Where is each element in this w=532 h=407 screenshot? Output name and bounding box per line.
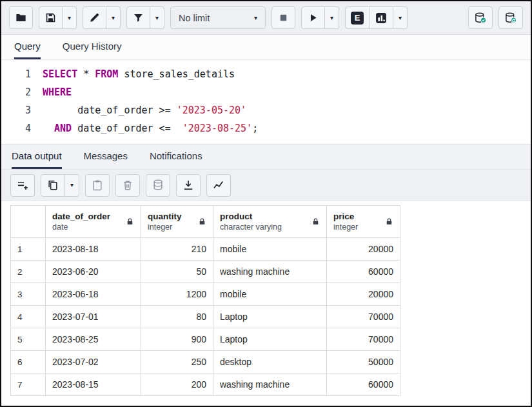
column-header-price[interactable]: priceinteger xyxy=(327,206,400,238)
open-file-button[interactable] xyxy=(9,6,33,29)
cell-quantity[interactable]: 200 xyxy=(141,373,213,396)
code-text: WHERE xyxy=(43,83,72,101)
tab-notifications[interactable]: Notifications xyxy=(150,144,202,169)
execute-menu-button[interactable]: ▾ xyxy=(325,6,339,29)
cell-price[interactable]: 20000 xyxy=(327,283,400,306)
copy-menu-button[interactable]: ▾ xyxy=(65,174,79,197)
row-number[interactable]: 6 xyxy=(11,351,46,373)
save-button[interactable] xyxy=(39,6,63,29)
limit-select[interactable]: No limit ▾ xyxy=(170,6,266,29)
cell-product[interactable]: mobile xyxy=(213,283,327,306)
cell-date_of_order[interactable]: 2023-07-02 xyxy=(46,351,141,373)
cell-price[interactable]: 50000 xyxy=(327,351,400,373)
row-number[interactable]: 3 xyxy=(11,283,46,306)
code-line-2[interactable]: 2WHERE xyxy=(1,83,531,101)
paste-icon xyxy=(91,179,104,192)
copy-icon xyxy=(46,179,59,192)
cell-product[interactable]: washing machine xyxy=(213,373,327,396)
tab-data-output[interactable]: Data output xyxy=(12,144,62,169)
stop-icon xyxy=(277,12,290,24)
table-row-2: 22023-06-2050washing machine60000 xyxy=(11,261,400,283)
copy-button[interactable] xyxy=(41,174,65,197)
add-row-icon xyxy=(16,179,29,192)
cell-product[interactable]: desktop xyxy=(213,351,327,373)
row-number[interactable]: 2 xyxy=(11,261,46,283)
edit-menu-button[interactable]: ▾ xyxy=(106,6,121,29)
cell-product[interactable]: Laptop xyxy=(213,306,327,328)
cell-quantity[interactable]: 50 xyxy=(141,261,213,283)
graph-visualiser-button[interactable] xyxy=(206,174,231,197)
play-icon xyxy=(307,12,319,24)
column-type: character varying xyxy=(220,222,282,232)
cell-date_of_order[interactable]: 2023-08-18 xyxy=(46,238,141,261)
cell-price[interactable]: 70000 xyxy=(327,328,400,351)
filter-button[interactable] xyxy=(126,6,150,29)
execute-button[interactable] xyxy=(301,6,325,29)
cell-quantity[interactable]: 250 xyxy=(141,351,213,373)
results-grid: date_of_orderdatequantityintegerproductc… xyxy=(10,205,400,396)
column-name: price xyxy=(333,211,358,223)
cell-date_of_order[interactable]: 2023-08-15 xyxy=(46,373,141,396)
corner-cell[interactable] xyxy=(11,206,46,238)
column-name: quantity xyxy=(148,211,182,223)
edit-button[interactable] xyxy=(83,6,106,29)
row-number[interactable]: 5 xyxy=(11,328,46,351)
cell-quantity[interactable]: 900 xyxy=(141,328,213,351)
save-data-changes-button[interactable] xyxy=(146,174,170,197)
caret-down-icon: ▾ xyxy=(70,182,74,188)
cell-product[interactable]: mobile xyxy=(213,238,327,261)
column-header-quantity[interactable]: quantityinteger xyxy=(141,206,213,238)
tab-query-history[interactable]: Query History xyxy=(63,35,122,59)
download-results-button[interactable] xyxy=(176,174,201,197)
cell-price[interactable]: 60000 xyxy=(327,373,400,396)
lock-icon xyxy=(311,217,320,226)
cell-quantity[interactable]: 210 xyxy=(141,238,213,261)
cell-quantity[interactable]: 80 xyxy=(141,306,213,328)
line-number: 2 xyxy=(1,83,43,101)
explain-menu-button[interactable]: ▾ xyxy=(393,6,408,29)
tab-messages[interactable]: Messages xyxy=(84,144,128,169)
column-name: product xyxy=(220,211,282,223)
row-number[interactable]: 4 xyxy=(11,306,46,328)
cell-product[interactable]: washing machine xyxy=(213,261,327,283)
column-name: date_of_order xyxy=(52,211,110,223)
explain-button[interactable]: E xyxy=(345,6,369,29)
query-tool-window: ▾ ▾ ▾ No limit ▾ xyxy=(0,0,532,407)
add-row-button[interactable] xyxy=(10,174,35,197)
cell-date_of_order[interactable]: 2023-07-01 xyxy=(46,306,141,328)
cell-price[interactable]: 60000 xyxy=(327,261,400,283)
folder-icon xyxy=(15,12,27,24)
save-menu-button[interactable]: ▾ xyxy=(63,6,77,29)
cancel-query-button[interactable] xyxy=(271,6,295,29)
cell-price[interactable]: 70000 xyxy=(327,306,400,328)
cell-date_of_order[interactable]: 2023-06-20 xyxy=(46,261,141,283)
line-number: 3 xyxy=(1,101,43,119)
code-line-4[interactable]: 4 AND date_of_order <= '2023-08-25'; xyxy=(1,119,531,137)
cell-quantity[interactable]: 1200 xyxy=(141,283,213,306)
caret-down-icon: ▾ xyxy=(112,15,115,21)
rollback-button[interactable] xyxy=(498,6,523,29)
filter-menu-button[interactable]: ▾ xyxy=(150,6,164,29)
tab-query[interactable]: Query xyxy=(14,35,41,59)
paste-button[interactable] xyxy=(85,174,110,197)
column-header-date_of_order[interactable]: date_of_orderdate xyxy=(46,206,141,238)
row-number[interactable]: 1 xyxy=(11,238,46,261)
code-line-1[interactable]: 1SELECT * FROM store_sales_details xyxy=(1,65,531,83)
column-type: integer xyxy=(333,222,358,232)
delete-row-button[interactable] xyxy=(115,174,140,197)
code-text: date_of_order >= '2023-05-20' xyxy=(43,101,246,119)
cell-product[interactable]: Laptop xyxy=(213,328,327,351)
sql-editor[interactable]: 1SELECT * FROM store_sales_details2WHERE… xyxy=(1,60,531,144)
lock-icon xyxy=(198,217,206,226)
cell-price[interactable]: 20000 xyxy=(327,238,400,261)
row-number[interactable]: 7 xyxy=(11,373,46,396)
column-header-product[interactable]: productcharacter varying xyxy=(213,206,327,238)
cell-date_of_order[interactable]: 2023-08-25 xyxy=(46,328,141,351)
cell-date_of_order[interactable]: 2023-06-18 xyxy=(46,283,141,306)
explain-analyze-button[interactable] xyxy=(369,6,393,29)
commit-icon xyxy=(474,12,487,25)
code-line-3[interactable]: 3 date_of_order >= '2023-05-20' xyxy=(1,101,531,119)
explain-icon: E xyxy=(351,12,364,25)
commit-button[interactable] xyxy=(468,6,493,29)
table-row-3: 32023-06-181200mobile20000 xyxy=(11,283,400,306)
